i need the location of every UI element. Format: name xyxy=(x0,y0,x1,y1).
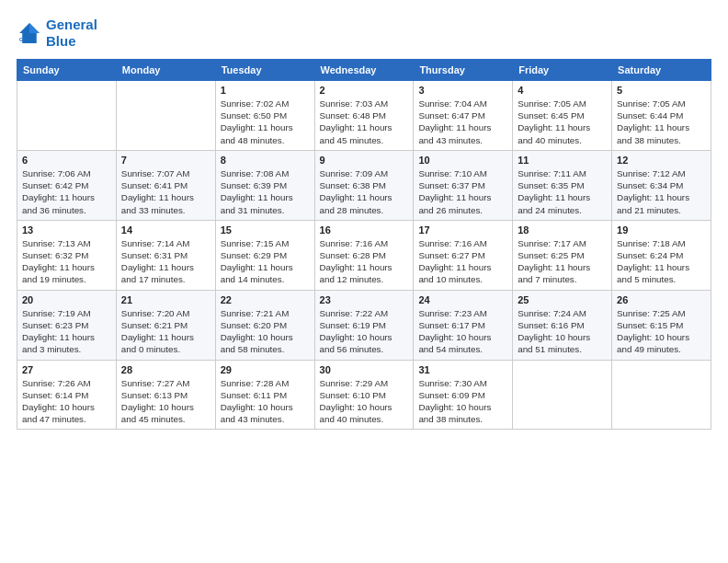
day-number: 9 xyxy=(320,155,409,166)
day-info: Sunrise: 7:16 AMSunset: 6:27 PMDaylight:… xyxy=(418,237,507,286)
calendar-cell: 11Sunrise: 7:11 AMSunset: 6:35 PMDayligh… xyxy=(513,150,612,220)
day-number: 16 xyxy=(320,224,409,236)
day-info: Sunrise: 7:18 AMSunset: 6:24 PMDaylight:… xyxy=(617,237,706,286)
logo-icon: G xyxy=(17,20,42,46)
calendar-cell: 3Sunrise: 7:04 AMSunset: 6:47 PMDaylight… xyxy=(414,81,513,151)
page: G General Blue SundayMondayTuesdayWednes… xyxy=(0,0,728,563)
day-number: 26 xyxy=(617,294,706,305)
day-info: Sunrise: 7:15 AMSunset: 6:29 PMDaylight:… xyxy=(221,237,310,286)
day-number: 23 xyxy=(320,294,409,305)
calendar-cell: 27Sunrise: 7:26 AMSunset: 6:14 PMDayligh… xyxy=(17,360,117,430)
day-info: Sunrise: 7:10 AMSunset: 6:37 PMDaylight:… xyxy=(418,167,507,216)
calendar-cell: 13Sunrise: 7:13 AMSunset: 6:32 PMDayligh… xyxy=(17,220,117,290)
day-number: 28 xyxy=(121,364,210,375)
day-info: Sunrise: 7:14 AMSunset: 6:31 PMDaylight:… xyxy=(121,237,210,286)
day-info: Sunrise: 7:05 AMSunset: 6:45 PMDaylight:… xyxy=(518,98,607,146)
day-info: Sunrise: 7:20 AMSunset: 6:21 PMDaylight:… xyxy=(121,307,210,356)
calendar-cell: 25Sunrise: 7:24 AMSunset: 6:16 PMDayligh… xyxy=(513,290,612,360)
calendar-cell xyxy=(513,360,612,430)
day-number: 15 xyxy=(221,224,310,236)
day-number: 2 xyxy=(320,85,409,96)
logo-text: General Blue xyxy=(46,17,97,50)
day-info: Sunrise: 7:30 AMSunset: 6:09 PMDaylight:… xyxy=(418,377,507,426)
day-info: Sunrise: 7:17 AMSunset: 6:25 PMDaylight:… xyxy=(518,237,607,286)
calendar-cell: 6Sunrise: 7:06 AMSunset: 6:42 PMDaylight… xyxy=(17,150,117,220)
calendar-cell: 26Sunrise: 7:25 AMSunset: 6:15 PMDayligh… xyxy=(612,290,711,360)
calendar-cell: 24Sunrise: 7:23 AMSunset: 6:17 PMDayligh… xyxy=(414,290,513,360)
calendar-cell: 14Sunrise: 7:14 AMSunset: 6:31 PMDayligh… xyxy=(116,220,215,290)
day-info: Sunrise: 7:28 AMSunset: 6:11 PMDaylight:… xyxy=(221,377,310,426)
day-info: Sunrise: 7:13 AMSunset: 6:32 PMDaylight:… xyxy=(22,237,111,286)
day-info: Sunrise: 7:05 AMSunset: 6:44 PMDaylight:… xyxy=(617,98,706,146)
dow-header: Thursday xyxy=(414,60,513,81)
calendar-week-row: 1Sunrise: 7:02 AMSunset: 6:50 PMDaylight… xyxy=(17,81,711,151)
day-number: 3 xyxy=(418,85,507,96)
day-number: 5 xyxy=(617,85,706,96)
calendar-cell: 29Sunrise: 7:28 AMSunset: 6:11 PMDayligh… xyxy=(215,360,314,430)
day-number: 8 xyxy=(221,155,310,166)
calendar-cell: 2Sunrise: 7:03 AMSunset: 6:48 PMDaylight… xyxy=(314,81,414,151)
calendar-cell: 1Sunrise: 7:02 AMSunset: 6:50 PMDaylight… xyxy=(215,81,314,151)
calendar-cell: 28Sunrise: 7:27 AMSunset: 6:13 PMDayligh… xyxy=(116,360,215,430)
dow-header: Saturday xyxy=(612,60,711,81)
day-info: Sunrise: 7:03 AMSunset: 6:48 PMDaylight:… xyxy=(320,98,409,146)
svg-text:G: G xyxy=(19,37,23,42)
day-info: Sunrise: 7:26 AMSunset: 6:14 PMDaylight:… xyxy=(22,377,111,426)
day-info: Sunrise: 7:29 AMSunset: 6:10 PMDaylight:… xyxy=(320,377,409,426)
calendar-week-row: 20Sunrise: 7:19 AMSunset: 6:23 PMDayligh… xyxy=(17,290,711,360)
calendar-cell: 5Sunrise: 7:05 AMSunset: 6:44 PMDaylight… xyxy=(612,81,711,151)
calendar-cell xyxy=(116,81,215,151)
calendar-cell xyxy=(612,360,711,430)
day-info: Sunrise: 7:06 AMSunset: 6:42 PMDaylight:… xyxy=(22,167,111,216)
calendar-week-row: 13Sunrise: 7:13 AMSunset: 6:32 PMDayligh… xyxy=(17,220,711,290)
dow-header: Wednesday xyxy=(314,60,414,81)
calendar-cell: 23Sunrise: 7:22 AMSunset: 6:19 PMDayligh… xyxy=(314,290,414,360)
day-number: 24 xyxy=(418,294,507,305)
calendar-cell: 17Sunrise: 7:16 AMSunset: 6:27 PMDayligh… xyxy=(414,220,513,290)
day-number: 29 xyxy=(221,364,310,375)
calendar-week-row: 6Sunrise: 7:06 AMSunset: 6:42 PMDaylight… xyxy=(17,150,711,220)
calendar-cell: 18Sunrise: 7:17 AMSunset: 6:25 PMDayligh… xyxy=(513,220,612,290)
day-number: 7 xyxy=(121,155,210,166)
day-info: Sunrise: 7:16 AMSunset: 6:28 PMDaylight:… xyxy=(320,237,409,286)
day-info: Sunrise: 7:21 AMSunset: 6:20 PMDaylight:… xyxy=(221,307,310,356)
calendar-cell: 12Sunrise: 7:12 AMSunset: 6:34 PMDayligh… xyxy=(612,150,711,220)
day-number: 4 xyxy=(518,85,607,96)
calendar-cell: 7Sunrise: 7:07 AMSunset: 6:41 PMDaylight… xyxy=(116,150,215,220)
calendar-cell: 19Sunrise: 7:18 AMSunset: 6:24 PMDayligh… xyxy=(612,220,711,290)
calendar-cell: 20Sunrise: 7:19 AMSunset: 6:23 PMDayligh… xyxy=(17,290,117,360)
day-info: Sunrise: 7:09 AMSunset: 6:38 PMDaylight:… xyxy=(320,167,409,216)
calendar-cell: 4Sunrise: 7:05 AMSunset: 6:45 PMDaylight… xyxy=(513,81,612,151)
day-number: 10 xyxy=(418,155,507,166)
calendar-cell: 16Sunrise: 7:16 AMSunset: 6:28 PMDayligh… xyxy=(314,220,414,290)
header: G General Blue xyxy=(17,17,711,50)
day-info: Sunrise: 7:27 AMSunset: 6:13 PMDaylight:… xyxy=(121,377,210,426)
calendar-cell: 8Sunrise: 7:08 AMSunset: 6:39 PMDaylight… xyxy=(215,150,314,220)
day-number: 21 xyxy=(121,294,210,305)
dow-header: Monday xyxy=(116,60,215,81)
calendar-week-row: 27Sunrise: 7:26 AMSunset: 6:14 PMDayligh… xyxy=(17,360,711,430)
calendar-table: SundayMondayTuesdayWednesdayThursdayFrid… xyxy=(17,59,711,430)
logo: G General Blue xyxy=(17,17,97,50)
day-info: Sunrise: 7:24 AMSunset: 6:16 PMDaylight:… xyxy=(518,307,607,356)
day-number: 11 xyxy=(518,155,607,166)
calendar-cell: 21Sunrise: 7:20 AMSunset: 6:21 PMDayligh… xyxy=(116,290,215,360)
dow-header: Friday xyxy=(513,60,612,81)
day-info: Sunrise: 7:04 AMSunset: 6:47 PMDaylight:… xyxy=(418,98,507,146)
day-number: 19 xyxy=(617,224,706,236)
day-number: 25 xyxy=(518,294,607,305)
calendar-cell: 22Sunrise: 7:21 AMSunset: 6:20 PMDayligh… xyxy=(215,290,314,360)
day-number: 1 xyxy=(221,85,310,96)
calendar-cell xyxy=(17,81,117,151)
dow-header: Tuesday xyxy=(215,60,314,81)
day-number: 22 xyxy=(221,294,310,305)
day-info: Sunrise: 7:11 AMSunset: 6:35 PMDaylight:… xyxy=(518,167,607,216)
dow-header: Sunday xyxy=(17,60,117,81)
calendar-body: 1Sunrise: 7:02 AMSunset: 6:50 PMDaylight… xyxy=(17,81,711,430)
day-number: 14 xyxy=(121,224,210,236)
day-number: 6 xyxy=(22,155,111,166)
day-number: 12 xyxy=(617,155,706,166)
day-number: 13 xyxy=(22,224,111,236)
calendar-cell: 31Sunrise: 7:30 AMSunset: 6:09 PMDayligh… xyxy=(414,360,513,430)
day-number: 31 xyxy=(418,364,507,375)
